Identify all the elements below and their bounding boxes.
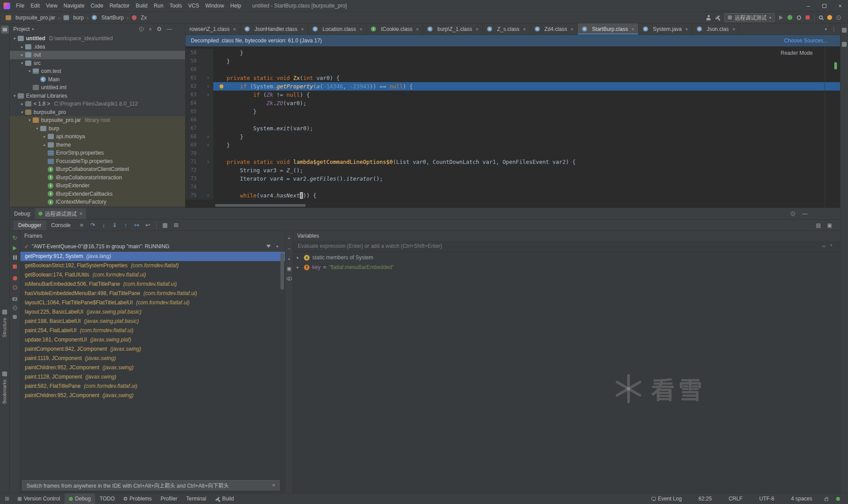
close-icon[interactable]: × bbox=[416, 27, 419, 32]
thread-dump-icon[interactable] bbox=[12, 297, 17, 301]
evaluate-expression-icon[interactable]: ⊞ bbox=[171, 222, 181, 228]
editor-tab-burp-z-1-class[interactable]: Cburp\Z_1.class× bbox=[423, 23, 483, 34]
tree-item-iburpcollaboratorclientcontext[interactable]: IIBurpCollaboratorClientContext bbox=[10, 165, 185, 174]
close-button[interactable]: × bbox=[832, 0, 848, 11]
view-breakpoints-icon[interactable] bbox=[13, 276, 17, 280]
menu-build[interactable]: Build bbox=[132, 3, 151, 9]
chevron-down-icon[interactable]: ▾ bbox=[32, 27, 34, 31]
menu-run[interactable]: Run bbox=[151, 3, 167, 9]
run-configuration-select[interactable]: 远程调试测试 ▾ bbox=[724, 13, 775, 22]
tree-item-external-libraries[interactable]: ▾External Libraries bbox=[10, 92, 185, 100]
code-text[interactable]: String var3 = Z_(); bbox=[213, 166, 840, 174]
code-text[interactable]: while(var4.hasNext()) { bbox=[213, 191, 840, 200]
debug-session-tab[interactable]: 远程调试测试 × bbox=[35, 208, 86, 219]
horizontal-scrollbar[interactable] bbox=[215, 204, 306, 207]
line-number[interactable]: 63 bbox=[186, 91, 199, 99]
step-into-icon[interactable]: ↓ bbox=[99, 222, 109, 228]
line-number[interactable]: 59 bbox=[186, 57, 199, 65]
close-icon[interactable]: × bbox=[523, 27, 526, 32]
pause-icon[interactable] bbox=[13, 255, 17, 260]
line-number[interactable]: 70 bbox=[186, 149, 199, 158]
menu-edit[interactable]: Edit bbox=[27, 3, 43, 9]
frame-row[interactable]: isMenuBarEmbedded:506, FlatTitlePane (co… bbox=[20, 280, 285, 289]
gradle-icon[interactable] bbox=[842, 42, 847, 47]
code-with-me-icon[interactable] bbox=[706, 18, 711, 20]
menu-help[interactable]: Help bbox=[227, 3, 244, 9]
pin-icon[interactable] bbox=[13, 315, 17, 319]
line-number[interactable]: 74 bbox=[186, 183, 199, 191]
code-text[interactable] bbox=[213, 65, 840, 74]
tree-item-iburpextender[interactable]: IIBurpExtender bbox=[10, 182, 185, 190]
menu-tools[interactable]: Tools bbox=[167, 3, 185, 9]
close-icon[interactable]: × bbox=[360, 27, 362, 32]
close-icon[interactable]: × bbox=[685, 27, 688, 32]
updates-icon[interactable] bbox=[827, 15, 832, 20]
run-to-cursor-icon[interactable]: ↦ bbox=[132, 222, 142, 228]
breadcrumb-burp[interactable]: burp bbox=[62, 15, 85, 21]
line-number[interactable]: 61 bbox=[186, 74, 199, 82]
run-button[interactable] bbox=[779, 15, 783, 20]
intention-bulb-icon[interactable] bbox=[220, 84, 223, 88]
line-number[interactable]: 60 bbox=[186, 65, 199, 74]
code-text[interactable]: } bbox=[213, 49, 840, 57]
statusbar-build[interactable]: Build bbox=[211, 493, 238, 504]
line-number[interactable]: 71 bbox=[186, 158, 199, 166]
menu-refactor[interactable]: Refactor bbox=[106, 3, 132, 9]
line-number[interactable]: 73 bbox=[186, 174, 199, 183]
code-text[interactable]: Zk.ZO(var0); bbox=[213, 99, 840, 107]
tree-item-burpsuite-pro[interactable]: ▾burpsuite_pro bbox=[10, 108, 185, 117]
line-number[interactable]: 72 bbox=[186, 166, 199, 174]
line-number[interactable]: 69 bbox=[186, 141, 199, 149]
thread-selector[interactable]: ✓ "AWT-EventQueue-0"@16,715 in group "ma… bbox=[20, 241, 285, 252]
locate-file-icon[interactable] bbox=[139, 27, 144, 31]
remove-watch-icon[interactable]: − bbox=[288, 246, 290, 251]
chevron-down-icon[interactable]: ▾ bbox=[276, 244, 278, 249]
tree-item-api-montoya[interactable]: ▸api.montoya bbox=[10, 133, 185, 141]
statusbar-version-control[interactable]: Version Control bbox=[13, 493, 64, 504]
fold-marker-icon[interactable]: ∨ bbox=[199, 158, 213, 166]
tree-item-out[interactable]: ▸out bbox=[10, 51, 185, 59]
breadcrumb-zx[interactable]: Zx bbox=[131, 15, 148, 21]
chevron-right-icon[interactable]: ▸ bbox=[297, 265, 301, 269]
drop-frame-icon[interactable]: ↩ bbox=[143, 222, 153, 228]
tree-item-com-test[interactable]: ▾com.test bbox=[10, 67, 185, 76]
editor-tab-jsonhandler-class[interactable]: CJsonHandler.class× bbox=[240, 23, 308, 34]
frame-row[interactable]: paintComponent:842, JComponent (javax.sw… bbox=[20, 345, 285, 354]
view-as-table-icon[interactable]: ▦ bbox=[160, 222, 170, 228]
menu-navigate[interactable]: Navigate bbox=[61, 3, 87, 9]
frame-row[interactable]: paintChildren:952, JComponent (javax.swi… bbox=[20, 363, 285, 372]
resume-icon[interactable] bbox=[13, 246, 17, 250]
debugger-settings-icon[interactable] bbox=[13, 306, 17, 310]
frame-row[interactable]: paint:582, FlatTitlePane (com.formdev.fl… bbox=[20, 382, 285, 391]
close-icon[interactable]: × bbox=[571, 27, 573, 32]
code-text[interactable] bbox=[213, 116, 840, 124]
code-text[interactable] bbox=[213, 183, 840, 191]
project-tool-button[interactable] bbox=[1, 26, 9, 34]
tree-item-errorstrip-properties[interactable]: ErrorStrip.properties bbox=[10, 149, 185, 157]
bookmarks-icon[interactable] bbox=[2, 371, 7, 376]
editor-tab-rowser-z-1-class[interactable]: rowser\Z_1.class× bbox=[186, 23, 240, 34]
evaluate-expression-input[interactable]: Evaluate expression (Enter) or add a wat… bbox=[293, 241, 840, 252]
fold-marker-icon[interactable]: ∨ bbox=[199, 74, 213, 82]
frame-row[interactable]: update:161, ComponentUI (javax.swing.pla… bbox=[20, 335, 285, 345]
tree-item-theme[interactable]: ▸theme bbox=[10, 141, 185, 149]
gear-icon[interactable] bbox=[157, 27, 161, 31]
code-text[interactable] bbox=[213, 149, 840, 158]
tool-window-quick-access-icon[interactable]: ⊞ bbox=[4, 496, 11, 502]
tree-item-burp[interactable]: ▾burp bbox=[10, 125, 185, 133]
project-view-title[interactable]: Project bbox=[13, 26, 30, 32]
hide-panel-icon[interactable]: — bbox=[802, 211, 807, 217]
variable-row[interactable]: ▸fkey = "flatlaf.menuBarEmbedded" bbox=[293, 262, 840, 272]
stop-icon[interactable] bbox=[13, 265, 17, 269]
add-watch-icon[interactable]: + bbox=[288, 235, 290, 241]
chevron-right-icon[interactable]: ▸ bbox=[297, 255, 301, 260]
search-everywhere-icon[interactable] bbox=[819, 15, 823, 19]
close-icon[interactable]: × bbox=[272, 482, 275, 489]
code-text[interactable]: Iterator var4 = var2.getFiles().iterator… bbox=[213, 174, 840, 183]
code-text[interactable]: } bbox=[213, 141, 840, 149]
editor-tab-zd4-class[interactable]: CZd4.class× bbox=[530, 23, 578, 34]
fold-marker-icon[interactable]: ∧ bbox=[199, 133, 213, 141]
read-only-lock-icon[interactable] bbox=[825, 498, 828, 501]
line-number[interactable]: 68 bbox=[186, 133, 199, 141]
fold-marker-icon[interactable]: ∨ bbox=[199, 191, 213, 200]
